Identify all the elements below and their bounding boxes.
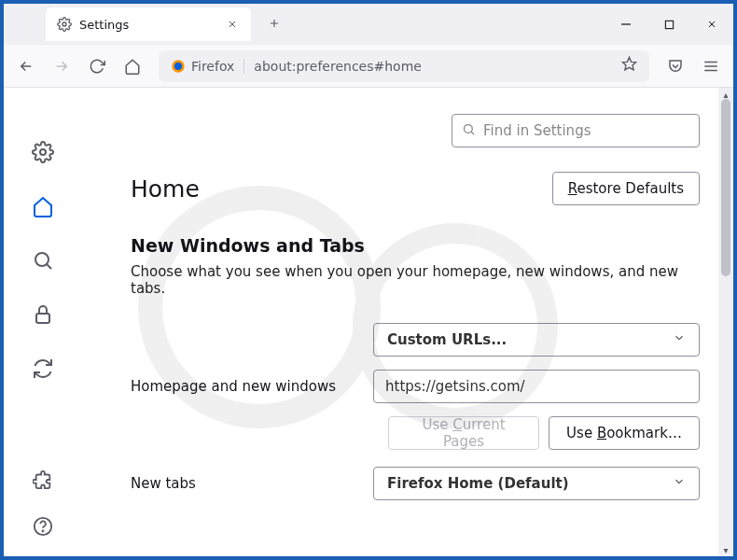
sidebar-sync-icon[interactable] bbox=[30, 356, 56, 382]
svg-point-5 bbox=[40, 149, 46, 155]
newtabs-label: New tabs bbox=[131, 475, 373, 492]
menu-button[interactable] bbox=[694, 49, 728, 83]
homepage-url-input[interactable] bbox=[373, 370, 700, 403]
sidebar-privacy-icon[interactable] bbox=[30, 301, 56, 328]
homepage-mode-value: Custom URLs... bbox=[387, 331, 507, 348]
restore-defaults-button[interactable]: RRestore Defaultsestore Defaults bbox=[552, 172, 700, 205]
address-bar[interactable]: Firefox about:preferences#home bbox=[159, 50, 649, 82]
sidebar-extensions-icon[interactable] bbox=[30, 467, 56, 493]
maximize-button[interactable] bbox=[647, 4, 690, 45]
minimize-button[interactable] bbox=[605, 4, 647, 45]
svg-point-9 bbox=[42, 530, 43, 531]
settings-content: Home RRestore Defaultsestore Defaults Ne… bbox=[82, 88, 733, 556]
close-window-button[interactable] bbox=[690, 4, 733, 45]
firefox-icon bbox=[171, 59, 186, 74]
svg-point-3 bbox=[174, 63, 182, 70]
search-settings[interactable] bbox=[452, 114, 700, 147]
use-bookmark-button[interactable]: Use Bookmark…Use Bookmark… bbox=[549, 416, 700, 450]
search-icon bbox=[462, 122, 476, 140]
settings-sidebar bbox=[4, 88, 82, 556]
sidebar-general-icon[interactable] bbox=[30, 139, 56, 165]
chevron-down-icon bbox=[673, 475, 686, 492]
newtabs-select[interactable]: Firefox Home (Default) bbox=[373, 467, 700, 500]
gear-icon bbox=[57, 17, 72, 32]
scroll-down-icon[interactable]: ▾ bbox=[718, 543, 733, 556]
search-settings-input[interactable] bbox=[483, 122, 689, 139]
section-title: New Windows and Tabs bbox=[131, 235, 700, 256]
use-current-pages-button[interactable]: Use Current PagesUse Current Pages bbox=[388, 416, 539, 450]
svg-rect-1 bbox=[665, 21, 673, 28]
bookmark-star-icon[interactable] bbox=[621, 56, 637, 76]
address-url: about:preferences#home bbox=[254, 59, 612, 74]
window-controls bbox=[605, 4, 733, 45]
back-button[interactable] bbox=[9, 49, 43, 83]
close-tab-button[interactable] bbox=[225, 17, 240, 32]
sidebar-search-icon[interactable] bbox=[30, 247, 56, 273]
svg-point-0 bbox=[63, 22, 66, 26]
reload-button[interactable] bbox=[80, 49, 114, 83]
chevron-down-icon bbox=[673, 331, 686, 348]
forward-button[interactable] bbox=[45, 49, 78, 83]
section-desc: Choose what you see when you open your h… bbox=[131, 263, 700, 297]
homepage-label: Homepage and new windows bbox=[131, 378, 373, 395]
page-title: Home bbox=[131, 175, 200, 203]
title-bar: Settings bbox=[4, 4, 733, 45]
newtabs-value: Firefox Home (Default) bbox=[387, 475, 569, 492]
workspace: Home RRestore Defaultsestore Defaults Ne… bbox=[4, 88, 733, 556]
home-button[interactable] bbox=[116, 49, 149, 83]
svg-point-6 bbox=[35, 253, 49, 266]
toolbar: Firefox about:preferences#home bbox=[4, 45, 733, 88]
sidebar-help-icon[interactable] bbox=[30, 513, 56, 539]
tab-settings[interactable]: Settings bbox=[46, 7, 251, 41]
scrollbar[interactable]: ▴ ▾ bbox=[718, 88, 733, 556]
tab-strip: Settings bbox=[4, 4, 288, 45]
homepage-mode-select[interactable]: Custom URLs... bbox=[373, 323, 700, 357]
tab-label: Settings bbox=[79, 18, 217, 32]
svg-rect-7 bbox=[36, 314, 49, 323]
svg-marker-4 bbox=[622, 57, 635, 69]
pocket-button[interactable] bbox=[659, 49, 692, 83]
scroll-thumb[interactable] bbox=[721, 99, 730, 276]
identity-label: Firefox bbox=[191, 59, 234, 74]
sidebar-home-icon[interactable] bbox=[30, 193, 56, 219]
new-tab-button[interactable] bbox=[260, 9, 288, 37]
identity-block: Firefox bbox=[171, 59, 244, 74]
svg-point-10 bbox=[465, 124, 473, 133]
